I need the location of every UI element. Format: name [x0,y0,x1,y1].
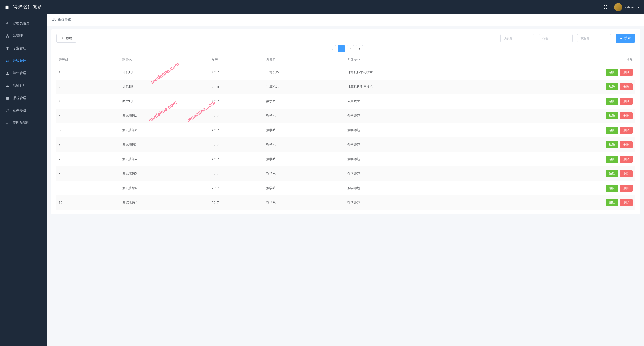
app-title: 课程管理系统 [13,4,43,11]
sidebar-item-5[interactable]: 教师管理 [0,79,48,92]
page-2[interactable]: 2 [347,45,354,53]
column-header: 操作 [486,55,635,65]
cell-year: 2017 [210,166,264,181]
cell-major: 计算机科学与技术 [345,80,486,94]
user-menu[interactable]: admin [614,3,640,11]
cell-dept: 数学系 [264,166,345,181]
delete-button[interactable]: 删除 [620,156,633,163]
sidebar-item-7[interactable]: 选课修改 [0,104,48,117]
table-row: 9测试班级62017数学系数学师范编辑删除 [56,181,635,195]
svg-rect-0 [6,122,9,124]
cell-id: 2 [56,80,120,94]
cell-id: 10 [56,195,120,210]
home-icon[interactable] [4,5,10,10]
delete-button[interactable]: 删除 [620,127,633,134]
cell-actions: 编辑删除 [486,94,635,109]
delete-button[interactable]: 删除 [620,98,633,105]
column-header: 班级Id [56,55,120,65]
breadcrumb: 班级管理 [48,15,644,26]
header-right: admin [603,3,640,11]
edit-button[interactable]: 编辑 [606,141,618,148]
cell-major: 应用数学 [345,94,486,109]
cell-major: 数学师范 [345,181,486,195]
search-button[interactable]: 搜索 [616,34,635,43]
cell-dept: 数学系 [264,152,345,166]
column-header: 所属专业 [345,55,486,65]
table-row: 6测试班级32017数学系数学师范编辑删除 [56,138,635,152]
header-left: 课程管理系统 [4,4,43,11]
cell-name: 数学1班 [120,94,210,109]
cell-major: 数学师范 [345,195,486,210]
cell-year: 2017 [210,94,264,109]
cell-actions: 编辑删除 [486,152,635,166]
main-content: 班级管理 ＋ 创建 搜索 12 [48,15,644,346]
delete-button[interactable]: 删除 [620,170,633,177]
cell-name: 测试班级3 [120,138,210,152]
cell-id: 4 [56,109,120,123]
delete-button[interactable]: 删除 [620,83,633,91]
avatar [614,3,622,11]
filter-dept-input[interactable] [539,34,572,42]
table-row: 5测试班级22017数学系数学师范编辑删除 [56,123,635,138]
edit-button[interactable]: 编辑 [606,170,618,177]
delete-button[interactable]: 删除 [620,185,633,192]
table-row: 10测试班级72017数学系数学师范编辑删除 [56,195,635,210]
sidebar-item-3[interactable]: 班级管理 [0,55,48,67]
edit-button[interactable]: 编辑 [606,185,618,192]
sidebar-item-8[interactable]: 管理员管理 [0,117,48,129]
cell-actions: 编辑删除 [486,181,635,195]
delete-button[interactable]: 删除 [620,112,633,119]
table-row: 4测试班级12017数学系数学师范编辑删除 [56,109,635,123]
create-button[interactable]: ＋ 创建 [56,34,76,43]
sidebar-item-label: 选课修改 [13,108,26,113]
cell-name: 测试班级7 [120,195,210,210]
cell-dept: 数学系 [264,109,345,123]
user-name: admin [626,6,634,9]
cell-actions: 编辑删除 [486,166,635,181]
cell-major: 计算机科学与技术 [345,65,486,80]
edit-button[interactable]: 编辑 [606,69,618,76]
cell-year: 2017 [210,123,264,138]
sitemap-icon [6,34,10,38]
cell-major: 数学师范 [345,123,486,138]
sidebar-item-0[interactable]: 管理员首页 [0,17,48,30]
edit-button[interactable]: 编辑 [606,156,618,163]
cell-year: 2017 [210,152,264,166]
sidebar-item-label: 管理员首页 [13,21,30,26]
cell-dept: 数学系 [264,181,345,195]
page-next[interactable] [356,45,363,53]
cell-name: 计信1班 [120,80,210,94]
sidebar-item-4[interactable]: 学生管理 [0,67,48,79]
cell-major: 数学师范 [345,152,486,166]
cell-actions: 编辑删除 [486,195,635,210]
sidebar-item-label: 管理员管理 [13,121,30,125]
cell-dept: 数学系 [264,195,345,210]
fullscreen-icon[interactable] [603,5,608,10]
cell-id: 3 [56,94,120,109]
filter-class-input[interactable] [500,34,534,42]
cell-actions: 编辑删除 [486,109,635,123]
edit-button[interactable]: 编辑 [606,83,618,91]
cell-major: 数学师范 [345,138,486,152]
cell-id: 6 [56,138,120,152]
delete-button[interactable]: 删除 [620,141,633,148]
sidebar-item-1[interactable]: 系管理 [0,30,48,42]
graduation-icon [6,47,10,50]
cell-actions: 编辑删除 [486,65,635,80]
sidebar-item-6[interactable]: 课程管理 [0,92,48,104]
edit-button[interactable]: 编辑 [606,112,618,119]
delete-button[interactable]: 删除 [620,69,633,76]
id-card-icon [6,121,10,125]
edit-button[interactable]: 编辑 [606,98,618,105]
cell-id: 1 [56,65,120,80]
table-row: 8测试班级52017数学系数学师范编辑删除 [56,166,635,181]
page-1[interactable]: 1 [338,45,345,53]
sidebar-item-2[interactable]: 专业管理 [0,42,48,55]
cell-dept: 数学系 [264,123,345,138]
filter-major-input[interactable] [577,34,611,42]
delete-button[interactable]: 删除 [620,199,633,206]
column-header: 年级 [210,55,264,65]
edit-button[interactable]: 编辑 [606,199,618,206]
edit-button[interactable]: 编辑 [606,127,618,134]
cell-name: 测试班级5 [120,166,210,181]
